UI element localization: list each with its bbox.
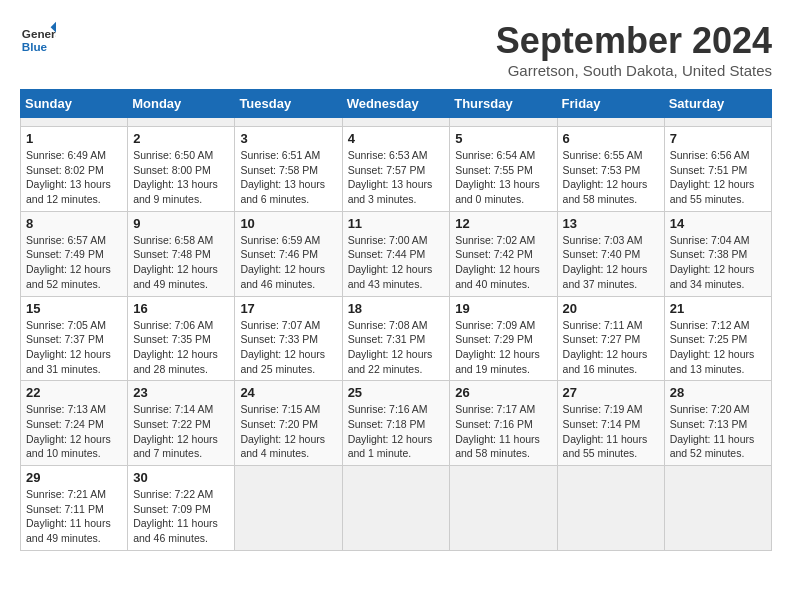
- day-cell: 8Sunrise: 6:57 AMSunset: 7:49 PMDaylight…: [21, 211, 128, 296]
- week-row-5: 29Sunrise: 7:21 AMSunset: 7:11 PMDayligh…: [21, 466, 772, 551]
- day-number: 29: [26, 470, 122, 485]
- day-cell: 16Sunrise: 7:06 AMSunset: 7:35 PMDayligh…: [128, 296, 235, 381]
- day-info: Sunrise: 7:07 AMSunset: 7:33 PMDaylight:…: [240, 318, 336, 377]
- day-cell: 17Sunrise: 7:07 AMSunset: 7:33 PMDayligh…: [235, 296, 342, 381]
- col-header-tuesday: Tuesday: [235, 90, 342, 118]
- day-cell: 3Sunrise: 6:51 AMSunset: 7:58 PMDaylight…: [235, 127, 342, 212]
- day-info: Sunrise: 7:03 AMSunset: 7:40 PMDaylight:…: [563, 233, 659, 292]
- day-number: 30: [133, 470, 229, 485]
- day-cell: 26Sunrise: 7:17 AMSunset: 7:16 PMDayligh…: [450, 381, 557, 466]
- week-row-2: 8Sunrise: 6:57 AMSunset: 7:49 PMDaylight…: [21, 211, 772, 296]
- day-number: 5: [455, 131, 551, 146]
- day-number: 3: [240, 131, 336, 146]
- day-cell: [557, 118, 664, 127]
- day-cell: [21, 118, 128, 127]
- day-number: 8: [26, 216, 122, 231]
- day-info: Sunrise: 7:11 AMSunset: 7:27 PMDaylight:…: [563, 318, 659, 377]
- week-row-1: 1Sunrise: 6:49 AMSunset: 8:02 PMDaylight…: [21, 127, 772, 212]
- day-info: Sunrise: 7:05 AMSunset: 7:37 PMDaylight:…: [26, 318, 122, 377]
- day-number: 23: [133, 385, 229, 400]
- day-info: Sunrise: 7:13 AMSunset: 7:24 PMDaylight:…: [26, 402, 122, 461]
- day-number: 2: [133, 131, 229, 146]
- day-cell: 1Sunrise: 6:49 AMSunset: 8:02 PMDaylight…: [21, 127, 128, 212]
- logo-icon: General Blue: [20, 20, 56, 56]
- day-info: Sunrise: 6:51 AMSunset: 7:58 PMDaylight:…: [240, 148, 336, 207]
- day-info: Sunrise: 7:15 AMSunset: 7:20 PMDaylight:…: [240, 402, 336, 461]
- day-cell: [664, 118, 771, 127]
- day-number: 27: [563, 385, 659, 400]
- day-info: Sunrise: 6:56 AMSunset: 7:51 PMDaylight:…: [670, 148, 766, 207]
- week-row-4: 22Sunrise: 7:13 AMSunset: 7:24 PMDayligh…: [21, 381, 772, 466]
- day-cell: [450, 466, 557, 551]
- day-cell: 27Sunrise: 7:19 AMSunset: 7:14 PMDayligh…: [557, 381, 664, 466]
- day-info: Sunrise: 6:57 AMSunset: 7:49 PMDaylight:…: [26, 233, 122, 292]
- week-row-3: 15Sunrise: 7:05 AMSunset: 7:37 PMDayligh…: [21, 296, 772, 381]
- day-cell: 18Sunrise: 7:08 AMSunset: 7:31 PMDayligh…: [342, 296, 450, 381]
- day-info: Sunrise: 7:09 AMSunset: 7:29 PMDaylight:…: [455, 318, 551, 377]
- day-info: Sunrise: 7:12 AMSunset: 7:25 PMDaylight:…: [670, 318, 766, 377]
- day-cell: 22Sunrise: 7:13 AMSunset: 7:24 PMDayligh…: [21, 381, 128, 466]
- day-number: 15: [26, 301, 122, 316]
- day-number: 21: [670, 301, 766, 316]
- day-cell: 25Sunrise: 7:16 AMSunset: 7:18 PMDayligh…: [342, 381, 450, 466]
- day-cell: 7Sunrise: 6:56 AMSunset: 7:51 PMDaylight…: [664, 127, 771, 212]
- day-cell: 13Sunrise: 7:03 AMSunset: 7:40 PMDayligh…: [557, 211, 664, 296]
- day-cell: 28Sunrise: 7:20 AMSunset: 7:13 PMDayligh…: [664, 381, 771, 466]
- day-info: Sunrise: 7:16 AMSunset: 7:18 PMDaylight:…: [348, 402, 445, 461]
- day-cell: 12Sunrise: 7:02 AMSunset: 7:42 PMDayligh…: [450, 211, 557, 296]
- calendar-table: SundayMondayTuesdayWednesdayThursdayFrid…: [20, 89, 772, 551]
- day-info: Sunrise: 7:22 AMSunset: 7:09 PMDaylight:…: [133, 487, 229, 546]
- day-number: 26: [455, 385, 551, 400]
- day-cell: [235, 118, 342, 127]
- day-number: 22: [26, 385, 122, 400]
- day-number: 4: [348, 131, 445, 146]
- col-header-thursday: Thursday: [450, 90, 557, 118]
- day-info: Sunrise: 7:00 AMSunset: 7:44 PMDaylight:…: [348, 233, 445, 292]
- logo: General Blue: [20, 20, 56, 56]
- day-info: Sunrise: 6:58 AMSunset: 7:48 PMDaylight:…: [133, 233, 229, 292]
- day-number: 28: [670, 385, 766, 400]
- day-info: Sunrise: 7:19 AMSunset: 7:14 PMDaylight:…: [563, 402, 659, 461]
- day-info: Sunrise: 6:49 AMSunset: 8:02 PMDaylight:…: [26, 148, 122, 207]
- day-cell: 19Sunrise: 7:09 AMSunset: 7:29 PMDayligh…: [450, 296, 557, 381]
- day-cell: 23Sunrise: 7:14 AMSunset: 7:22 PMDayligh…: [128, 381, 235, 466]
- day-info: Sunrise: 7:02 AMSunset: 7:42 PMDaylight:…: [455, 233, 551, 292]
- day-info: Sunrise: 7:08 AMSunset: 7:31 PMDaylight:…: [348, 318, 445, 377]
- title-area: September 2024 Garretson, South Dakota, …: [496, 20, 772, 79]
- day-info: Sunrise: 7:21 AMSunset: 7:11 PMDaylight:…: [26, 487, 122, 546]
- day-cell: [450, 118, 557, 127]
- day-info: Sunrise: 6:54 AMSunset: 7:55 PMDaylight:…: [455, 148, 551, 207]
- day-cell: [128, 118, 235, 127]
- day-cell: [235, 466, 342, 551]
- day-number: 1: [26, 131, 122, 146]
- day-cell: 4Sunrise: 6:53 AMSunset: 7:57 PMDaylight…: [342, 127, 450, 212]
- day-cell: 10Sunrise: 6:59 AMSunset: 7:46 PMDayligh…: [235, 211, 342, 296]
- day-number: 20: [563, 301, 659, 316]
- day-cell: 20Sunrise: 7:11 AMSunset: 7:27 PMDayligh…: [557, 296, 664, 381]
- day-cell: 5Sunrise: 6:54 AMSunset: 7:55 PMDaylight…: [450, 127, 557, 212]
- col-header-friday: Friday: [557, 90, 664, 118]
- day-cell: [342, 118, 450, 127]
- day-info: Sunrise: 7:20 AMSunset: 7:13 PMDaylight:…: [670, 402, 766, 461]
- day-info: Sunrise: 6:55 AMSunset: 7:53 PMDaylight:…: [563, 148, 659, 207]
- col-header-wednesday: Wednesday: [342, 90, 450, 118]
- day-cell: [557, 466, 664, 551]
- day-number: 6: [563, 131, 659, 146]
- day-info: Sunrise: 7:17 AMSunset: 7:16 PMDaylight:…: [455, 402, 551, 461]
- day-number: 18: [348, 301, 445, 316]
- day-cell: [664, 466, 771, 551]
- day-cell: 11Sunrise: 7:00 AMSunset: 7:44 PMDayligh…: [342, 211, 450, 296]
- day-number: 11: [348, 216, 445, 231]
- day-number: 24: [240, 385, 336, 400]
- day-cell: [342, 466, 450, 551]
- day-number: 19: [455, 301, 551, 316]
- day-info: Sunrise: 6:59 AMSunset: 7:46 PMDaylight:…: [240, 233, 336, 292]
- day-info: Sunrise: 7:14 AMSunset: 7:22 PMDaylight:…: [133, 402, 229, 461]
- col-header-monday: Monday: [128, 90, 235, 118]
- day-number: 16: [133, 301, 229, 316]
- day-number: 10: [240, 216, 336, 231]
- day-cell: 21Sunrise: 7:12 AMSunset: 7:25 PMDayligh…: [664, 296, 771, 381]
- day-info: Sunrise: 6:53 AMSunset: 7:57 PMDaylight:…: [348, 148, 445, 207]
- calendar-title: September 2024: [496, 20, 772, 62]
- day-info: Sunrise: 6:50 AMSunset: 8:00 PMDaylight:…: [133, 148, 229, 207]
